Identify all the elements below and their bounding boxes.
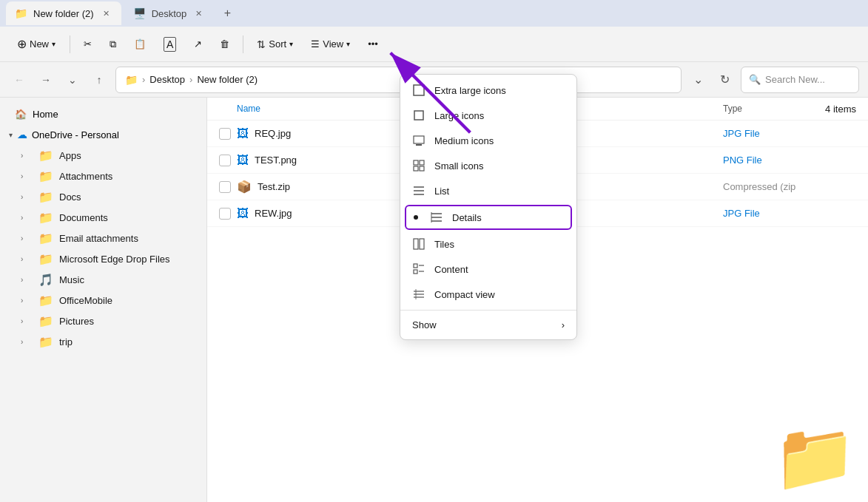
file-checkbox-2[interactable] <box>219 155 231 166</box>
sidebar-item-music[interactable]: › 🎵 Music <box>0 269 206 290</box>
expand-trip-icon: › <box>21 338 33 346</box>
tab-close-button[interactable]: ✕ <box>100 7 112 20</box>
file-checkbox-1[interactable] <box>219 128 231 140</box>
dropdown-item-details[interactable]: Details <box>405 205 572 230</box>
tab-new-folder[interactable]: 📁 New folder (2) ✕ <box>6 1 121 25</box>
sort-button[interactable]: ⇅ Sort ▾ <box>249 34 300 55</box>
rename-button[interactable]: A <box>156 33 184 56</box>
apps-folder-icon: 📁 <box>38 149 53 163</box>
view-label: View <box>323 38 343 50</box>
sidebar-office-label: OfficeMobile <box>59 295 112 306</box>
copy-icon: ⧉ <box>110 38 116 50</box>
tab-desktop[interactable]: 🖥️ Desktop ✕ <box>124 1 215 25</box>
expand-apps-icon: › <box>21 152 33 160</box>
delete-button[interactable]: 🗑 <box>212 34 237 54</box>
breadcrumb-sep-1: › <box>142 74 145 85</box>
attachments-folder-icon: 📁 <box>38 169 53 183</box>
sidebar: 🏠 Home ▾ ☁ OneDrive - Personal › 📁 Apps … <box>0 98 207 502</box>
sidebar-item-trip[interactable]: › 📁 trip <box>0 331 206 352</box>
breadcrumb-sep-2: › <box>189 74 192 85</box>
breadcrumb[interactable]: 📁 › Desktop › New folder (2) <box>115 67 682 93</box>
sidebar-item-attachments[interactable]: › 📁 Attachments <box>0 166 206 186</box>
search-box[interactable]: 🔍 Search New... <box>741 67 859 93</box>
sidebar-music-label: Music <box>59 274 84 285</box>
view-icon: ☰ <box>311 38 320 50</box>
sidebar-item-edge-drop[interactable]: › 📁 Microsoft Edge Drop Files <box>0 248 206 269</box>
sidebar-item-docs[interactable]: › 📁 Docs <box>0 186 206 207</box>
tab-label: New folder (2) <box>33 8 94 19</box>
share-button[interactable]: ↗ <box>186 34 209 54</box>
show-arrow-icon: › <box>562 319 565 330</box>
more-button[interactable]: ••• <box>360 34 386 54</box>
copy-button[interactable]: ⧉ <box>102 34 124 55</box>
breadcrumb-folder[interactable]: New folder (2) <box>197 74 258 85</box>
new-button[interactable]: ⊕ New ▾ <box>9 32 64 56</box>
refresh-button[interactable]: ↻ <box>714 69 735 90</box>
cut-button[interactable]: ✂ <box>76 34 99 54</box>
back-button[interactable]: ← <box>9 69 30 90</box>
search-icon: 🔍 <box>749 74 761 85</box>
svg-rect-4 <box>414 160 418 165</box>
expand-email-icon: › <box>21 234 33 242</box>
toolbar-divider-2 <box>243 35 243 53</box>
svg-rect-17 <box>414 264 417 268</box>
medium-label: Medium icons <box>434 135 494 146</box>
sidebar-item-email-attachments[interactable]: › 📁 Email attachments <box>0 228 206 248</box>
expand-music-icon: › <box>21 276 33 284</box>
dropdown-item-large[interactable]: Large icons <box>400 103 576 128</box>
forward-button[interactable]: → <box>36 69 56 90</box>
dropdown-item-compact[interactable]: Compact view <box>400 282 576 307</box>
svg-rect-0 <box>414 85 424 95</box>
up-button[interactable]: ↑ <box>89 69 110 90</box>
trip-folder-icon: 📁 <box>38 335 53 349</box>
sidebar-pictures-label: Pictures <box>59 316 94 327</box>
dropdown-item-extra-large[interactable]: Extra large icons <box>400 78 576 103</box>
address-dropdown-button[interactable]: ⌄ <box>687 69 708 90</box>
add-tab-button[interactable]: + <box>217 3 238 24</box>
sidebar-onedrive-label: OneDrive - Personal <box>32 129 119 140</box>
expand-docs-icon: › <box>21 193 33 201</box>
home-icon: 🏠 <box>15 109 27 120</box>
svg-rect-1 <box>414 111 423 120</box>
file-checkbox-4[interactable] <box>219 208 231 220</box>
small-label: Small icons <box>434 160 483 172</box>
expand-office-icon: › <box>21 296 33 305</box>
sidebar-item-apps[interactable]: › 📁 Apps <box>0 145 206 166</box>
dropdown-item-content[interactable]: Content <box>400 257 576 282</box>
documents-folder-icon: 📁 <box>38 211 53 225</box>
paste-icon: 📋 <box>134 38 146 50</box>
sidebar-email-label: Email attachments <box>59 233 138 244</box>
toolbar: ⊕ New ▾ ✂ ⧉ 📋 A ↗ 🗑 ⇅ Sort ▾ ☰ View ▾ ••… <box>0 27 868 62</box>
sidebar-item-documents[interactable]: › 📁 Documents <box>0 207 206 228</box>
tab-folder-icon: 📁 <box>15 7 27 19</box>
view-button[interactable]: ☰ View ▾ <box>303 34 357 54</box>
tab-desktop-label: Desktop <box>152 8 187 19</box>
tiles-icon <box>412 237 425 251</box>
sidebar-item-pictures[interactable]: › 📁 Pictures <box>0 311 206 331</box>
breadcrumb-desktop[interactable]: Desktop <box>149 74 185 85</box>
cut-icon: ✂ <box>84 38 92 50</box>
search-placeholder: Search New... <box>765 74 825 85</box>
sidebar-apps-label: Apps <box>59 150 81 161</box>
recent-locations-button[interactable]: ⌄ <box>62 69 83 90</box>
file-checkbox-3[interactable] <box>219 181 231 193</box>
details-active-dot <box>414 215 418 220</box>
tab-desktop-icon: 🖥️ <box>133 7 146 19</box>
dropdown-item-show[interactable]: Show › <box>400 313 576 336</box>
paste-button[interactable]: 📋 <box>127 34 153 54</box>
sidebar-edge-label: Microsoft Edge Drop Files <box>59 254 170 265</box>
list-label: List <box>434 186 449 197</box>
dropdown-item-medium[interactable]: Medium icons <box>400 128 576 153</box>
dropdown-item-list[interactable]: List <box>400 178 576 203</box>
sidebar-item-onedrive[interactable]: ▾ ☁ OneDrive - Personal <box>0 124 206 145</box>
file-type-1: JPG File <box>723 128 856 139</box>
dropdown-item-tiles[interactable]: Tiles <box>400 231 576 257</box>
sidebar-item-officemobile[interactable]: › 📁 OfficeMobile <box>0 290 206 311</box>
dropdown-item-small[interactable]: Small icons <box>400 153 576 178</box>
sidebar-item-home[interactable]: 🏠 Home <box>0 104 206 124</box>
svg-rect-3 <box>416 144 422 146</box>
svg-rect-7 <box>420 166 424 171</box>
sort-chevron-icon: ▾ <box>289 40 293 48</box>
onedrive-icon: ☁ <box>17 129 27 140</box>
tab-desktop-close[interactable]: ✕ <box>192 7 205 20</box>
